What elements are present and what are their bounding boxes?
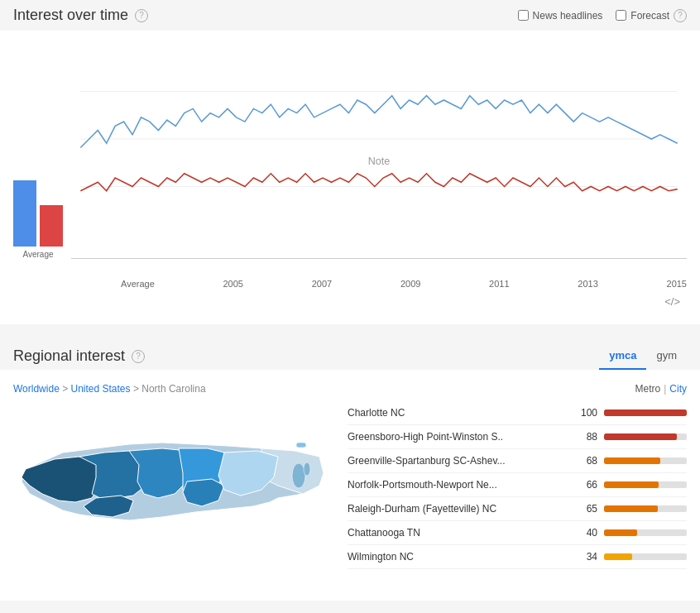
news-headlines-label: News headlines [533, 10, 603, 22]
embed-icon[interactable]: </> [13, 292, 687, 311]
region-value: 34 [574, 551, 597, 563]
metro-label: Metro [635, 383, 661, 395]
region-row[interactable]: Wilmington NC34 [348, 545, 687, 569]
svg-text:Note: Note [368, 156, 391, 167]
region-bar-fill [604, 481, 659, 488]
region-bar-fill [604, 505, 658, 512]
x-label-2013: 2013 [578, 279, 597, 289]
breadcrumb-united-states[interactable]: United States [71, 383, 131, 395]
toggle-separator: | [664, 383, 666, 395]
chart-help-icon[interactable]: ? [135, 9, 148, 22]
avg-bar-label: Average [22, 250, 53, 259]
region-bar-track [604, 433, 687, 440]
tab-ymca[interactable]: ymca [599, 342, 646, 370]
region-rows: Charlotte NC100Greensboro-High Point-Win… [348, 401, 687, 569]
x-axis-labels: Average 2005 2007 2009 2011 2013 2015 [121, 275, 687, 292]
region-row[interactable]: Norfolk-Portsmouth-Newport Ne...66 [348, 473, 687, 497]
forecast-label: Forecast [630, 10, 669, 22]
region-name: Raleigh-Durham (Fayetteville) NC [348, 503, 568, 515]
svg-rect-16 [296, 443, 306, 448]
region-bar-track [604, 481, 687, 488]
region-bar-fill [604, 409, 687, 416]
region-bar-fill [604, 529, 637, 536]
map-section: Worldwide > United States > North Caroli… [0, 370, 348, 601]
forecast-checkbox[interactable]: Forecast ? [616, 9, 687, 22]
forecast-input[interactable] [616, 10, 626, 21]
x-label-2005: 2005 [223, 279, 243, 289]
region-bar-fill [604, 553, 632, 560]
tab-gym[interactable]: gym [646, 342, 687, 370]
region-name: Wilmington NC [348, 551, 568, 563]
region-bar-track [604, 505, 687, 512]
breadcrumb-sep1: > [62, 383, 70, 395]
region-row[interactable]: Charlotte NC100 [348, 401, 687, 425]
news-headlines-checkbox[interactable]: News headlines [518, 10, 603, 22]
forecast-help-icon[interactable]: ? [674, 9, 687, 22]
region-value: 66 [574, 479, 597, 491]
metro-city-toggle: Metro | City [348, 383, 687, 395]
svg-point-15 [304, 462, 310, 476]
x-label-2011: 2011 [489, 279, 509, 289]
region-name: Chattanooga TN [348, 527, 568, 539]
breadcrumb-worldwide[interactable]: Worldwide [13, 383, 60, 395]
region-value: 40 [574, 527, 597, 539]
interest-over-time-header: Interest over time ? News headlines Fore… [0, 0, 700, 31]
region-name: Norfolk-Portsmouth-Newport Ne... [348, 479, 568, 491]
nc-map[interactable] [13, 403, 328, 585]
trend-chart: Note [71, 44, 687, 234]
chart-title: Interest over time [13, 7, 128, 24]
region-bar-track [604, 457, 687, 464]
breadcrumb: Worldwide > United States > North Caroli… [13, 383, 334, 395]
regional-help-icon[interactable]: ? [132, 350, 145, 363]
interest-over-time-title: Interest over time ? [13, 7, 148, 24]
avg-bar-red [40, 205, 63, 247]
x-label-2009: 2009 [400, 279, 420, 289]
region-value: 65 [574, 503, 597, 515]
embed-label: </> [664, 295, 680, 308]
news-headlines-input[interactable] [518, 10, 529, 21]
data-section: Metro | City Charlotte NC100Greensboro-H… [348, 370, 700, 601]
region-value: 100 [574, 407, 597, 419]
region-bar-fill [604, 457, 660, 464]
breadcrumb-sep2: > [133, 383, 141, 395]
region-bar-track [604, 409, 687, 416]
chart-controls: News headlines Forecast ? [518, 9, 687, 22]
region-bar-track [604, 529, 687, 536]
city-link[interactable]: City [669, 383, 687, 395]
avg-bar-blue [13, 180, 36, 247]
region-bar-track [604, 553, 687, 560]
region-value: 88 [574, 431, 597, 443]
region-tabs: ymca gym [599, 342, 687, 370]
region-bar-fill [604, 433, 677, 440]
region-name: Greenville-Spartanburg SC-Ashev... [348, 455, 568, 467]
x-label-2007: 2007 [312, 279, 332, 289]
region-row[interactable]: Raleigh-Durham (Fayetteville) NC65 [348, 497, 687, 521]
x-label-2015: 2015 [667, 279, 687, 289]
regional-interest-header: Regional interest ? ymca gym [0, 334, 700, 370]
breadcrumb-north-carolina: North Carolina [141, 383, 205, 395]
region-row[interactable]: Chattanooga TN40 [348, 521, 687, 545]
regional-title-text: Regional interest [13, 347, 125, 365]
region-name: Charlotte NC [348, 407, 568, 419]
region-name: Greensboro-High Point-Winston S.. [348, 431, 568, 443]
x-label-avg: Average [121, 279, 155, 289]
region-row[interactable]: Greenville-Spartanburg SC-Ashev...68 [348, 449, 687, 473]
region-row[interactable]: Greensboro-High Point-Winston S..88 [348, 425, 687, 449]
svg-point-14 [292, 463, 305, 488]
regional-title: Regional interest ? [13, 347, 145, 365]
regional-content: Worldwide > United States > North Caroli… [0, 370, 700, 601]
region-value: 68 [574, 455, 597, 467]
interest-chart-container: Average Note Average 2005 2007 2009 2011… [0, 31, 700, 324]
